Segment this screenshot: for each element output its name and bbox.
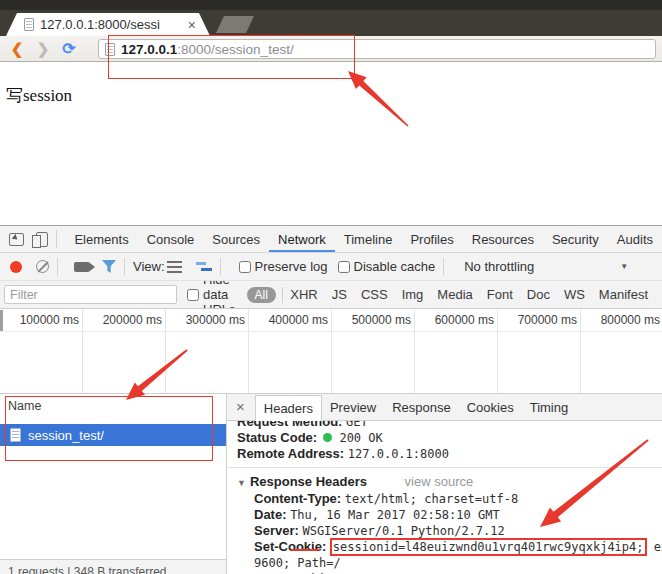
network-filter-bar: Hide data URLs All XHR JS CSS Img Media … (0, 281, 662, 309)
timeline-tick: 800000 ms (581, 309, 662, 393)
header-server: Server: WSGIServer/0.1 Python/2.7.12 (237, 523, 662, 539)
throttling-select[interactable]: No throttling (464, 259, 534, 274)
timeline-tick: 100000 ms (0, 309, 83, 393)
new-tab-button[interactable] (216, 16, 254, 33)
filter-type-ws[interactable]: WS (564, 287, 585, 302)
disable-cache-label: Disable cache (354, 259, 436, 274)
clear-icon[interactable] (36, 260, 49, 273)
filter-type-xhr[interactable]: XHR (290, 287, 317, 302)
divider (220, 258, 221, 276)
tab-timing[interactable]: Timing (522, 395, 577, 419)
tab-sources[interactable]: Sources (203, 226, 269, 252)
hide-data-urls-checkbox[interactable] (187, 289, 199, 301)
view-label: View: (133, 259, 165, 274)
divider (227, 467, 662, 468)
tab-title-fade (160, 16, 186, 36)
filter-type-img[interactable]: Img (402, 287, 424, 302)
tab-timeline[interactable]: Timeline (335, 226, 402, 252)
divider (443, 258, 444, 276)
disable-cache-checkbox[interactable] (338, 261, 350, 273)
filter-type-doc[interactable]: Doc (527, 287, 550, 302)
url-page-icon (105, 43, 115, 56)
reload-icon[interactable]: ⟳ (56, 41, 82, 57)
timeline-tick: 400000 ms (249, 309, 332, 393)
divider (56, 230, 57, 248)
timeline-tick: 200000 ms (83, 309, 166, 393)
filter-type-font[interactable]: Font (487, 287, 513, 302)
divider (124, 258, 125, 276)
preserve-log-checkbox[interactable] (239, 261, 251, 273)
tab-preview[interactable]: Preview (322, 395, 384, 419)
tab-network[interactable]: Network (269, 226, 335, 252)
tab-profiles[interactable]: Profiles (401, 226, 462, 252)
document-icon (10, 428, 21, 442)
devtools-tabbar: Elements Console Sources Network Timelin… (0, 226, 662, 253)
expand-triangle-icon: ▼ (237, 478, 246, 488)
tab-headers[interactable]: Headers (255, 395, 322, 421)
filter-type-all[interactable]: All (247, 287, 276, 303)
divider (0, 331, 662, 332)
list-view-icon[interactable] (167, 261, 182, 273)
timeline-tick: 700000 ms (498, 309, 581, 393)
request-method-row: Request Method: GET (237, 421, 662, 430)
header-date: Date: Thu, 16 Mar 2017 02:58:10 GMT (237, 507, 662, 523)
tab-console[interactable]: Console (138, 226, 204, 252)
waterfall-view-icon[interactable] (196, 261, 212, 273)
tab-resources[interactable]: Resources (463, 226, 543, 252)
timeline-scroll-nub (0, 310, 3, 331)
name-column-header[interactable]: Name (0, 394, 226, 413)
header-set-cookie: Set-Cookie: sessionid=l48euizwnd0u1vrq40… (237, 539, 662, 555)
tab-elements[interactable]: Elements (65, 226, 137, 252)
session-cookie-highlight: sessionid=l48euizwnd0u1vrq401rwc9yqxkj4i… (330, 538, 647, 556)
record-icon[interactable] (10, 261, 22, 273)
screenshot-camera-icon[interactable] (74, 262, 90, 272)
filter-type-media[interactable]: Media (437, 287, 472, 302)
remote-address-row: Remote Address: 127.0.0.1:8000 (237, 446, 662, 462)
tab-audits[interactable]: Audits (608, 226, 662, 252)
timeline-tick: 500000 ms (332, 309, 415, 393)
page-viewport: 写session (0, 62, 662, 225)
close-tab-icon[interactable]: × (188, 18, 196, 32)
response-headers-section[interactable]: ▼Response Headers view source (237, 474, 662, 491)
browser-toolbar: ❮ ❯ ⟳ 127.0.0.1 :8000/session_test/ (0, 36, 662, 62)
url-bar[interactable]: 127.0.0.1 :8000/session_test/ (98, 39, 656, 59)
timeline-tick: 600000 ms (415, 309, 498, 393)
device-toolbar-icon[interactable] (36, 232, 49, 247)
url-path: :8000/session_test/ (177, 42, 293, 57)
requests-summary-bar: 1 requests | 348 B transferred (0, 559, 226, 574)
details-tabbar: × Headers Preview Response Cookies Timin… (227, 394, 662, 421)
status-code-row: Status Code: 200 OK (237, 430, 662, 446)
divider (57, 258, 58, 276)
browser-tabstrip: 127.0.0.1:8000/sessi × (0, 10, 662, 36)
view-source-link[interactable]: view source (405, 474, 474, 489)
tab-cookies[interactable]: Cookies (459, 395, 522, 419)
network-overview-timeline[interactable]: 100000 ms 200000 ms 300000 ms 400000 ms … (0, 309, 662, 394)
browser-window: 127.0.0.1:8000/sessi × ❮ ❯ ⟳ 127.0.0.1 :… (0, 0, 662, 574)
tab-security[interactable]: Security (543, 226, 608, 252)
filter-type-manifest[interactable]: Manifest (599, 287, 648, 302)
inspect-element-icon[interactable] (9, 233, 24, 246)
header-set-cookie-wrap: 9600; Path=/ (237, 555, 662, 571)
filter-input[interactable] (4, 285, 177, 304)
preserve-log-label: Preserve log (255, 259, 328, 274)
requests-panel: Name session_test/ 1 requests | 348 B tr… (0, 394, 227, 574)
hide-data-urls-label: Hide data URLs (203, 281, 239, 309)
close-icon[interactable]: × (227, 398, 255, 417)
browser-tab[interactable]: 127.0.0.1:8000/sessi × (6, 13, 210, 36)
headers-content: Request Method: GET Status Code: 200 OK … (227, 421, 662, 574)
filter-type-js[interactable]: JS (332, 287, 347, 302)
page-body-text: 写session (6, 84, 72, 107)
request-details-panel: × Headers Preview Response Cookies Timin… (227, 394, 662, 574)
filter-type-css[interactable]: CSS (361, 287, 388, 302)
request-row-selected[interactable]: session_test/ (0, 424, 226, 446)
url-host: 127.0.0.1 (121, 42, 177, 57)
back-icon[interactable]: ❮ (4, 41, 30, 56)
forward-icon[interactable]: ❯ (30, 41, 56, 56)
chevron-down-icon: ▼ (620, 262, 628, 271)
page-favicon-icon (24, 18, 34, 31)
tab-response[interactable]: Response (384, 395, 459, 419)
filter-funnel-icon[interactable] (102, 260, 116, 273)
header-content-type: Content-Type: text/html; charset=utf-8 (237, 491, 662, 507)
devtools-panel: Elements Console Sources Network Timelin… (0, 225, 662, 574)
window-titlebar (0, 0, 662, 10)
